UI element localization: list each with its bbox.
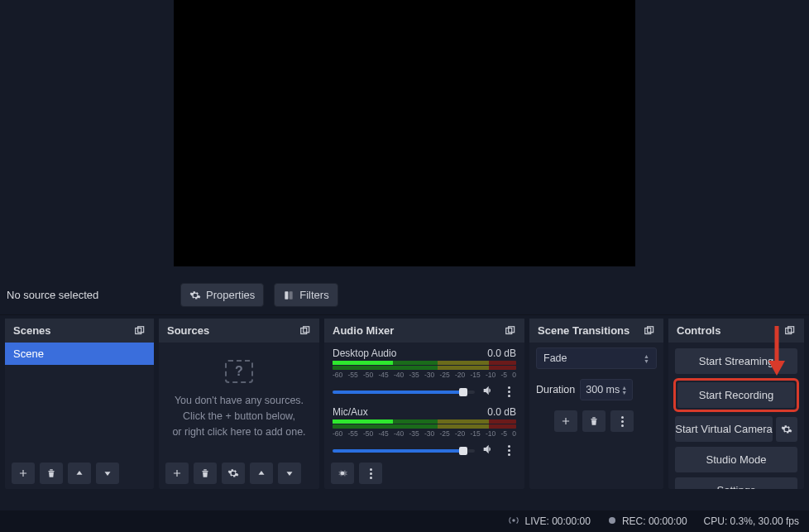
audio-meter: [333, 419, 516, 424]
chevron-updown-icon: ▲▼: [644, 354, 649, 363]
filters-button[interactable]: Filters: [274, 283, 337, 307]
preview-canvas[interactable]: [174, 0, 635, 266]
popout-icon[interactable]: [644, 325, 655, 337]
status-live: LIVE: 00:00:00: [508, 515, 590, 529]
svg-rect-1: [290, 291, 293, 299]
broadcast-icon: [508, 515, 519, 529]
sources-empty-line: or right click here to add one.: [172, 424, 305, 440]
sources-dock: Sources ? You don't have any sources. Cl…: [159, 319, 319, 489]
audio-mixer-dock: Audio Mixer Desktop Audio0.0 dB-60-55-50…: [324, 319, 524, 489]
sources-list[interactable]: ? You don't have any sources. Click the …: [159, 343, 319, 458]
controls-header: Controls: [668, 319, 804, 343]
transitions-dock: Scene Transitions Fade ▲▼ Duration 300 m…: [529, 319, 663, 489]
volume-slider[interactable]: [333, 391, 475, 394]
virtual-camera-settings-button[interactable]: [776, 417, 797, 442]
audio-channel-db: 0.0 dB: [487, 406, 516, 418]
status-rec: REC: 00:00:00: [607, 515, 687, 528]
delete-transition-button[interactable]: [582, 410, 606, 432]
popout-icon[interactable]: [134, 325, 146, 337]
properties-label: Properties: [206, 289, 255, 301]
audio-footer: [324, 458, 524, 489]
start-recording-button[interactable]: Start Recording: [677, 382, 795, 408]
audio-channel-db: 0.0 dB: [487, 347, 516, 359]
properties-button[interactable]: Properties: [180, 283, 264, 307]
add-transition-button[interactable]: [554, 410, 577, 432]
transitions-header: Scene Transitions: [529, 319, 663, 343]
transitions-title: Scene Transitions: [538, 324, 629, 337]
popout-icon[interactable]: [299, 325, 311, 337]
volume-slider[interactable]: [333, 449, 475, 453]
sources-empty-line: Click the + button below,: [183, 409, 295, 424]
audio-body: Desktop Audio0.0 dB-60-55-50-45-40-35-30…: [324, 343, 524, 458]
audio-meter: [333, 361, 516, 365]
svg-rect-0: [285, 291, 289, 299]
duration-input[interactable]: 300 ms ▲▼: [580, 379, 633, 400]
audio-channel-name: Mic/Aux: [333, 406, 368, 418]
filters-icon: [283, 290, 294, 301]
audio-advanced-button[interactable]: [331, 463, 354, 484]
source-down-button[interactable]: [278, 463, 301, 484]
gear-icon: [189, 290, 201, 301]
scenes-list[interactable]: Scene: [5, 343, 154, 458]
spinner-icon[interactable]: ▲▼: [621, 386, 627, 395]
dock-row: Scenes Scene Sources ? You don't have an…: [0, 315, 809, 489]
scene-up-button[interactable]: [68, 463, 91, 484]
scenes-footer: [5, 458, 154, 489]
status-cpu: CPU: 0.3%, 30.00 fps: [704, 515, 799, 527]
sources-empty: ? You don't have any sources. Click the …: [159, 343, 319, 458]
transition-selected: Fade: [543, 352, 567, 364]
transition-select[interactable]: Fade ▲▼: [536, 347, 657, 369]
speaker-icon[interactable]: [481, 443, 495, 458]
speaker-icon[interactable]: [481, 384, 495, 400]
audio-channel: Desktop Audio0.0 dB-60-55-50-45-40-35-30…: [324, 343, 524, 401]
add-source-button[interactable]: [165, 463, 189, 484]
transition-menu-button[interactable]: [610, 410, 634, 432]
scenes-title: Scenes: [13, 324, 51, 337]
scene-item[interactable]: Scene: [5, 343, 154, 365]
controls-title: Controls: [677, 324, 720, 337]
controls-body: Start Streaming Start Recording Start Vi…: [668, 343, 804, 489]
audio-scale: -60-55-50-45-40-35-30-25-20-15-10-50: [333, 429, 516, 438]
popout-icon[interactable]: [505, 325, 516, 337]
status-bar: LIVE: 00:00:00 REC: 00:00:00 CPU: 0.3%, …: [0, 510, 809, 532]
audio-menu-button[interactable]: [359, 463, 382, 484]
audio-channel-menu[interactable]: [501, 445, 516, 456]
source-properties-button[interactable]: [222, 463, 245, 484]
scene-down-button[interactable]: [96, 463, 119, 484]
no-source-label: No source selected: [7, 289, 156, 301]
sources-footer: [159, 458, 319, 489]
question-icon: ?: [225, 360, 253, 383]
sources-header: Sources: [159, 319, 319, 343]
settings-button[interactable]: Settings: [675, 477, 797, 489]
audio-header: Audio Mixer: [324, 319, 524, 343]
svg-point-14: [609, 517, 615, 524]
transitions-body: Fade ▲▼ Duration 300 ms ▲▼: [529, 343, 663, 489]
audio-scale: -60-55-50-45-40-35-30-25-20-15-10-50: [333, 371, 516, 379]
studio-mode-button[interactable]: Studio Mode: [675, 447, 797, 472]
duration-value: 300 ms: [586, 384, 620, 395]
audio-channel-name: Desktop Audio: [333, 347, 396, 359]
delete-scene-button[interactable]: [40, 463, 63, 484]
scenes-header: Scenes: [5, 319, 154, 343]
record-icon: [607, 515, 617, 528]
audio-meter: [333, 366, 516, 370]
start-streaming-button[interactable]: Start Streaming: [675, 348, 797, 374]
scenes-dock: Scenes Scene: [5, 319, 154, 489]
filters-label: Filters: [299, 289, 328, 301]
audio-channel: Mic/Aux0.0 dB-60-55-50-45-40-35-30-25-20…: [324, 401, 524, 458]
source-toolbar: No source selected Properties Filters: [0, 276, 809, 315]
controls-dock: Controls Start Streaming Start Recording…: [668, 319, 804, 489]
duration-label: Duration: [536, 384, 575, 395]
preview-area: [0, 0, 809, 276]
popout-icon[interactable]: [784, 325, 796, 337]
svg-rect-5: [304, 326, 309, 332]
audio-channel-menu[interactable]: [501, 386, 516, 397]
sources-empty-line: You don't have any sources.: [175, 393, 304, 409]
audio-meter: [333, 424, 516, 429]
start-virtual-camera-button[interactable]: Start Virtual Camera: [675, 416, 773, 442]
add-scene-button[interactable]: [12, 463, 35, 484]
audio-title: Audio Mixer: [333, 324, 394, 337]
delete-source-button[interactable]: [194, 463, 217, 484]
source-up-button[interactable]: [250, 463, 273, 484]
sources-title: Sources: [167, 324, 209, 337]
